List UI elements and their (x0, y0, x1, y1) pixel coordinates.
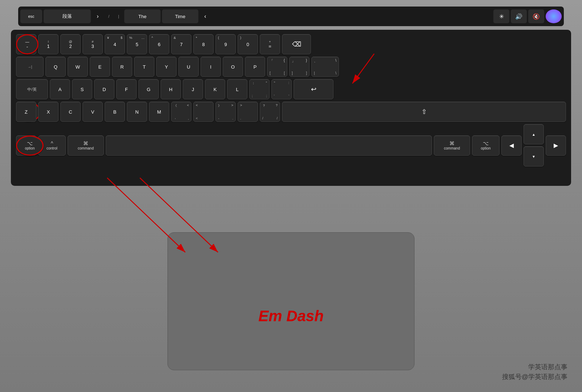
key-q[interactable]: Q (45, 57, 66, 77)
key-fn[interactable]: fn (16, 135, 36, 156)
key-j[interactable]: J (183, 79, 203, 99)
key-tab[interactable]: →| (16, 57, 44, 77)
key-backslash[interactable]: 、 \ | \ (311, 57, 339, 77)
key-command-right[interactable]: ⌘ command (434, 135, 470, 156)
modifier-row: fn ^ control ⌥ option ⌘ command ⌘ comman… (16, 124, 566, 167)
tb-brightness-icon[interactable]: ✳ (493, 9, 509, 23)
key-i[interactable]: I (201, 57, 221, 77)
key-t[interactable]: T (134, 57, 154, 77)
key-gt[interactable]: > . (238, 102, 258, 122)
key-backtick[interactable]: ~ ` (16, 34, 36, 54)
key-slash[interactable]: ？ ? / / (260, 102, 280, 122)
key-2[interactable]: @ 2 (60, 34, 81, 54)
key-command-left[interactable]: ⌘ command (68, 135, 104, 156)
key-z[interactable]: Z (16, 102, 36, 122)
key-spacebar[interactable] (106, 135, 432, 156)
key-v[interactable]: V (82, 102, 103, 122)
key-option-right[interactable]: ⌥ option (472, 135, 500, 156)
key-e[interactable]: E (90, 57, 110, 77)
key-shift-right[interactable]: ⇧ (282, 102, 566, 122)
watermark-line1: 学英语那点事 (502, 362, 567, 372)
key-y[interactable]: Y (156, 57, 177, 77)
key-p[interactable]: P (245, 57, 265, 77)
key-d[interactable]: D (94, 79, 114, 99)
tb-the-key[interactable]: The (124, 9, 161, 23)
keyboard: ~ ` ! 1 @ 2 # 3 ¥ $ 4 % … (11, 30, 571, 186)
key-k[interactable]: K (205, 79, 225, 99)
key-backspace[interactable]: ⌫ (282, 34, 311, 54)
tb-mute-icon[interactable]: 🔇 (528, 9, 544, 23)
key-rbracket[interactable]: 」 } ] ] (289, 57, 310, 77)
key-m[interactable]: M (149, 102, 169, 122)
key-g[interactable]: G (138, 79, 159, 99)
key-c[interactable]: C (60, 102, 81, 122)
qwerty-row: →| Q W E R T Y U I O P 「 { [ [ 」 } ] ] (16, 57, 566, 77)
key-1[interactable]: ! 1 (38, 34, 58, 54)
touch-bar: esc 段落 › / | The Time ‹ ✳ 🔊 🔇 (18, 7, 564, 26)
number-row: ~ ` ! 1 @ 2 # 3 ¥ $ 4 % … (16, 34, 566, 54)
key-lt[interactable]: < < (193, 102, 214, 122)
key-6[interactable]: ^ 6 (149, 34, 169, 54)
key-9[interactable]: ( 9 (215, 34, 236, 54)
key-equals[interactable]: + = (260, 34, 280, 54)
tb-time-key[interactable]: Time (162, 9, 198, 23)
key-x[interactable]: X (38, 102, 58, 122)
arrow-pair: ▲ ▼ (524, 124, 544, 167)
key-a[interactable]: A (50, 79, 70, 99)
laptop-body: esc 段落 › / | The Time ‹ ✳ 🔊 🔇 ~ ` ! 1 (0, 0, 582, 392)
key-o[interactable]: O (223, 57, 243, 77)
key-arrow-up[interactable]: ▲ (524, 124, 544, 144)
key-arrow-right[interactable]: ▶ (546, 135, 566, 156)
key-5[interactable]: % … 5 (127, 34, 147, 54)
key-0[interactable]: ) 0 (238, 34, 258, 54)
zxcv-row: ⇧ Z X C V B N M 《 < ， , < < 》 > 。 . (16, 102, 566, 122)
key-h[interactable]: H (161, 79, 181, 99)
tb-arrow-right[interactable]: › (92, 9, 103, 23)
key-3[interactable]: # 3 (82, 34, 103, 54)
tb-segment-key[interactable]: 段落 (44, 9, 91, 23)
key-control[interactable]: ^ control (38, 135, 66, 156)
key-n[interactable]: N (127, 102, 147, 122)
key-caps-lock[interactable]: 中/英 (16, 79, 48, 99)
key-r[interactable]: R (112, 57, 132, 77)
watermark-line2: 搜狐号@学英语那点事 (502, 372, 567, 382)
key-s[interactable]: S (72, 79, 92, 99)
key-w[interactable]: W (68, 57, 88, 77)
key-arrow-left[interactable]: ◀ (501, 135, 522, 156)
key-f[interactable]: F (116, 79, 137, 99)
key-lbracket[interactable]: 「 { [ [ (267, 57, 287, 77)
tb-siri-icon[interactable] (546, 9, 562, 23)
tb-slash: / (105, 9, 113, 23)
key-l[interactable]: L (227, 79, 247, 99)
key-quote[interactable]: " : ' ' (271, 79, 292, 99)
key-8[interactable]: * 8 (193, 34, 214, 54)
tb-esc-key[interactable]: esc (20, 9, 42, 23)
tb-volume-icon[interactable]: 🔊 (511, 9, 527, 23)
tb-right-icons: ✳ 🔊 🔇 (493, 9, 562, 23)
key-7[interactable]: & 7 (171, 34, 191, 54)
key-semicolon[interactable]: ： " ; ; (249, 79, 270, 99)
asdf-row: 中/英 A S D F G H J K L ： " ; ; " : ' ' (16, 79, 566, 99)
key-period[interactable]: 》 > 。 . (215, 102, 236, 122)
key-enter[interactable]: ↩ (294, 79, 334, 99)
tb-arrow-left[interactable]: ‹ (200, 9, 211, 23)
watermark: 学英语那点事 搜狐号@学英语那点事 (502, 362, 567, 382)
key-u[interactable]: U (178, 57, 199, 77)
key-4[interactable]: ¥ $ 4 (105, 34, 125, 54)
trackpad[interactable] (167, 232, 415, 370)
key-comma[interactable]: 《 < ， , (171, 102, 191, 122)
key-arrow-down[interactable]: ▼ (524, 146, 544, 167)
tb-bar: | (114, 9, 123, 23)
key-b[interactable]: B (105, 102, 125, 122)
